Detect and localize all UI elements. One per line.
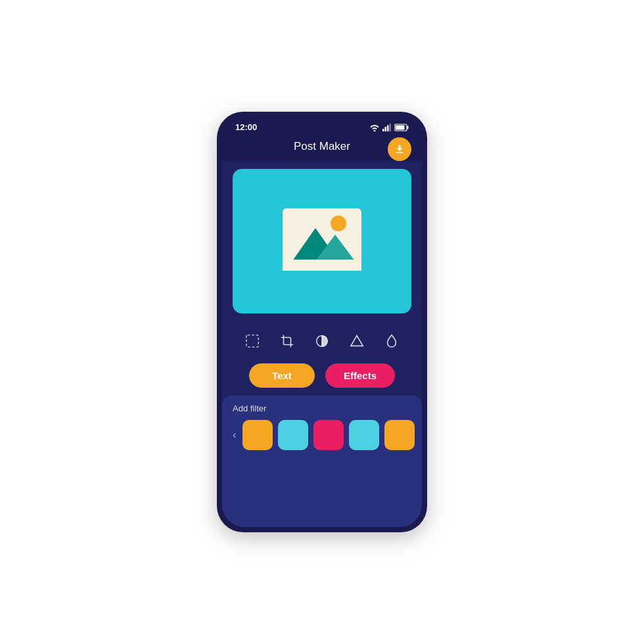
select-tool[interactable]: [241, 329, 264, 353]
svg-point-8: [331, 216, 346, 231]
wifi-icon: [369, 124, 380, 131]
shape-tool[interactable]: [345, 329, 369, 353]
app-title: Post Maker: [294, 140, 350, 153]
download-button[interactable]: [388, 137, 411, 161]
filter-swipe-row: ‹ ›: [230, 420, 414, 450]
filter-next-button[interactable]: ›: [419, 426, 422, 444]
water-tool[interactable]: [380, 329, 403, 353]
svg-rect-2: [387, 125, 389, 131]
crop-tool[interactable]: [275, 329, 299, 353]
filter-prev-button[interactable]: ‹: [230, 426, 239, 444]
filter-section: Add filter ‹ ›: [222, 396, 422, 527]
svg-rect-3: [390, 124, 392, 131]
filter-label: Add filter: [230, 403, 414, 413]
battery-icon: [394, 124, 409, 131]
filter-chip-4[interactable]: [349, 420, 379, 450]
download-icon: [394, 143, 405, 155]
action-buttons: Text Effects: [222, 358, 422, 396]
signal-icon: [382, 124, 392, 131]
filter-chip-2[interactable]: [278, 420, 308, 450]
svg-rect-0: [382, 129, 384, 131]
status-bar: 12:00: [222, 117, 422, 135]
svg-marker-15: [351, 336, 363, 346]
app-header: Post Maker: [222, 135, 422, 161]
image-canvas[interactable]: [233, 169, 411, 313]
canvas-area: [222, 161, 422, 321]
svg-rect-6: [407, 126, 409, 129]
status-time: 12:00: [235, 122, 257, 132]
edit-toolbar: [222, 321, 422, 358]
filter-chip-5[interactable]: [384, 420, 415, 450]
effects-button[interactable]: Effects: [325, 363, 395, 388]
svg-rect-5: [396, 125, 405, 129]
svg-rect-13: [246, 335, 258, 347]
svg-rect-1: [385, 127, 387, 131]
contrast-tool[interactable]: [310, 329, 334, 353]
filter-items: [242, 420, 415, 450]
text-button[interactable]: Text: [249, 363, 315, 388]
phone-frame: 12:00: [217, 112, 427, 532]
phone-screen: 12:00: [222, 117, 422, 527]
filter-chip-1[interactable]: [242, 420, 273, 450]
image-placeholder-icon: [276, 205, 368, 277]
filter-chip-3[interactable]: [313, 420, 344, 450]
status-icons: [369, 124, 409, 131]
